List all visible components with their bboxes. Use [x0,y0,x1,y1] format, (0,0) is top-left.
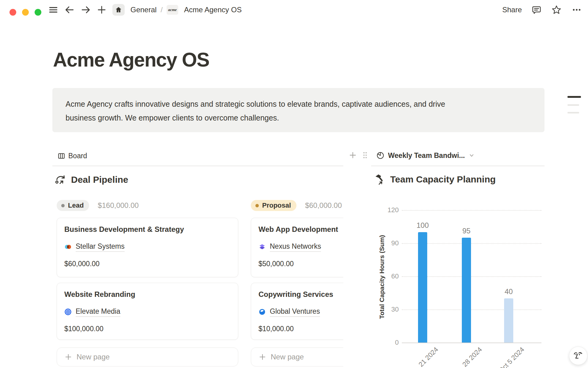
x-tick-label: 21 2024 [391,346,440,368]
bar-value-label: 100 [410,221,435,230]
page-title: Acme Agency OS [53,48,209,71]
deal-pipeline-title: Deal Pipeline [71,174,128,185]
new-tab-plus-icon[interactable] [97,5,107,15]
y-tick-label: 90 [374,239,399,247]
board-view-label: Board [68,152,87,160]
breadcrumb-page[interactable]: Acme Agency OS [184,6,242,14]
status-dot-icon [255,204,259,207]
y-tick-label: 60 [374,272,399,280]
tab-board-view[interactable]: Board [58,150,87,161]
page-logo-icon[interactable]: acme [167,5,178,15]
status-badge-proposal[interactable]: Proposal [251,200,296,211]
divider [52,166,343,166]
column-total: $60,000.00 [305,201,342,210]
add-view-icon[interactable] [349,151,357,159]
zoom-icon[interactable] [35,9,41,16]
new-page-button[interactable]: New page [57,347,238,366]
new-page-label: New page [77,353,110,361]
x-axis-line [402,343,541,343]
card-copywriting-services[interactable]: Copywriting Services Global Ventures $10… [251,283,343,340]
new-page-plus-icon [258,353,266,361]
deal-pipeline-board: Lead $160,000.00 Business Development & … [52,196,343,368]
capacity-bar-chart: Total Capacity Hours (Sum) 0306090120100… [371,196,545,368]
description-line: Acme Agency crafts innovative designs an… [66,97,532,111]
blue-swirl-logo-icon [258,308,266,316]
outline-marker[interactable] [567,104,579,106]
new-page-plus-icon [64,353,72,361]
column-total: $160,000.00 [98,201,138,210]
drag-handle-icon[interactable] [361,151,369,159]
window-titlebar: General / acme Acme Agency OS Share [0,0,588,20]
ai-assistant-button[interactable] [569,347,587,365]
outline-marker[interactable] [567,96,581,98]
breadcrumb-section[interactable]: General [130,6,156,14]
chevron-down-icon [468,152,475,159]
venn-circles-logo-icon [64,243,72,251]
ellipsis-icon[interactable] [571,5,582,15]
company-link[interactable]: Global Ventures [270,307,320,317]
back-arrow-icon[interactable] [64,5,75,15]
company-link[interactable]: Nexus Networks [270,242,321,252]
divider [371,166,545,166]
star-icon[interactable] [551,5,562,15]
comment-icon[interactable] [532,5,541,15]
card-amount: $60,000.00 [64,260,231,268]
card-amount: $100,000.00 [64,325,231,333]
gridline [402,210,541,211]
company-link[interactable]: Elevate Media [76,307,120,317]
share-button[interactable]: Share [502,6,522,14]
status-badge-lead[interactable]: Lead [57,200,89,211]
card-title: Web App Development [258,225,343,234]
y-tick-label: 30 [374,305,399,313]
pie-chart-icon [376,151,385,160]
team-capacity-heading: Team Capacity Planning [374,174,496,185]
chart-view-label: Weekly Team Bandwi... [388,151,465,160]
x-tick-label: Oct 5 2024 [477,346,526,368]
breadcrumb-separator: / [160,6,163,14]
board-view-icon [58,152,65,160]
chart-view-selector[interactable]: Weekly Team Bandwi... [376,150,475,161]
card-web-app-development[interactable]: Web App Development Nexus Networks $50,0… [251,218,343,277]
deal-pipeline-heading: Deal Pipeline [55,174,128,186]
home-icon[interactable] [112,4,125,16]
y-tick-label: 0 [374,339,399,347]
description-line: business growth. We empower clients to o… [66,111,532,125]
forward-arrow-icon[interactable] [81,5,91,15]
purple-layers-logo-icon [258,243,266,251]
close-icon[interactable] [9,9,16,16]
new-page-button[interactable]: New page [251,347,343,366]
status-label: Proposal [262,201,291,209]
outline-marker[interactable] [567,112,579,113]
description-callout: Acme Agency crafts innovative designs an… [52,88,545,132]
card-title: Business Development & Strategy [64,225,231,234]
minimize-icon[interactable] [22,9,29,16]
bar [504,298,513,343]
card-title: Website Rebranding [64,290,231,299]
y-tick-label: 120 [374,206,399,214]
team-capacity-title: Team Capacity Planning [390,174,496,185]
card-business-development[interactable]: Business Development & Strategy Stellar … [57,218,238,277]
bar [418,232,427,343]
hamburger-icon[interactable] [48,5,58,15]
pipeline-icon [55,174,67,186]
status-dot-icon [61,204,65,207]
card-website-rebranding[interactable]: Website Rebranding Elevate Media $100,00… [57,283,238,340]
blue-spiral-logo-icon [64,308,72,316]
new-page-label: New page [271,353,304,361]
company-link[interactable]: Stellar Systems [76,242,125,252]
status-label: Lead [68,201,84,209]
bar [462,238,471,343]
x-tick-label: 28 2024 [435,346,484,368]
hammer-icon [374,174,386,185]
bar-value-label: 40 [496,287,521,296]
card-amount: $50,000.00 [258,260,343,268]
card-title: Copywriting Services [258,290,343,299]
bar-value-label: 95 [454,227,479,235]
card-amount: $10,000.00 [258,325,343,333]
ai-face-icon [573,350,584,361]
